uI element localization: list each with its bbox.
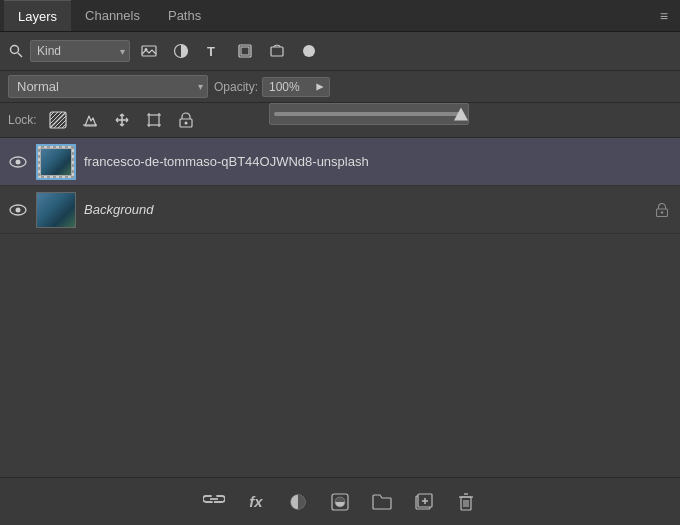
lock-position-btn[interactable] [109,107,135,133]
svg-marker-10 [316,83,323,90]
svg-point-0 [11,46,19,54]
tab-paths[interactable]: Paths [154,0,215,31]
empty-layers-area [0,234,680,334]
layer-thumb-0 [36,144,76,180]
layer-name-0: francesco-de-tommaso-qBT44OJWNd8-unsplas… [84,154,672,169]
text-filter-icon[interactable]: T [200,38,226,64]
svg-rect-2 [142,46,156,56]
lock-artboard-btn[interactable] [141,107,167,133]
lock-image-btn[interactable] [77,107,103,133]
lock-transparent-btn[interactable] [45,107,71,133]
search-icon [8,43,24,59]
layer-visibility-0[interactable] [8,155,28,169]
layers-list: francesco-de-tommaso-qBT44OJWNd8-unsplas… [0,138,680,477]
layer-visibility-1[interactable] [8,203,28,217]
svg-rect-30 [149,115,159,125]
layer-mask-btn[interactable] [324,486,356,518]
fx-btn[interactable]: fx [240,486,272,518]
kind-select-wrapper[interactable]: Kind Name Effect Mode Attribute Color [30,40,130,62]
svg-rect-7 [241,47,249,55]
opacity-group: Opacity: [214,77,330,97]
image-filter-icon[interactable] [136,38,162,64]
opacity-value-wrapper [262,77,330,97]
svg-point-40 [184,122,187,125]
svg-line-17 [58,120,66,128]
smartobject-filter-icon[interactable] [264,38,290,64]
lock-label: Lock: [8,113,37,127]
adjustment-filter-icon[interactable] [168,38,194,64]
svg-point-9 [303,45,315,57]
svg-text:T: T [207,44,215,59]
layers-panel: Layers Channels Paths ≡ Kind Name Effect… [0,0,680,525]
layer-lock-icon-1 [652,203,672,217]
opacity-slider-popup [269,103,469,125]
link-layers-btn[interactable] [198,486,230,518]
layer-thumb-1 [36,192,76,228]
svg-line-12 [50,112,66,128]
tab-bar: Layers Channels Paths ≡ [0,0,680,32]
shape-filter-icon[interactable] [232,38,258,64]
new-layer-btn[interactable] [408,486,440,518]
svg-line-1 [18,53,22,57]
circle-filter-icon[interactable] [296,38,322,64]
svg-rect-8 [271,47,283,56]
bottom-toolbar: fx [0,477,680,525]
opacity-label: Opacity: [214,80,258,94]
svg-point-46 [661,211,664,214]
opacity-dropdown-arrow[interactable] [310,77,330,97]
new-adjustment-layer-btn[interactable] [282,486,314,518]
layer-item-0[interactable]: francesco-de-tommaso-qBT44OJWNd8-unsplas… [0,138,680,186]
opacity-slider-track[interactable] [274,112,464,116]
tab-channels[interactable]: Channels [71,0,154,31]
kind-select[interactable]: Kind Name Effect Mode Attribute Color [30,40,130,62]
lock-all-btn[interactable] [173,107,199,133]
tab-layers[interactable]: Layers [4,0,71,31]
layer-name-1: Background [84,202,644,217]
panel-menu-icon[interactable]: ≡ [652,8,676,24]
blend-mode-wrapper[interactable]: Normal Dissolve Darken Multiply Color Bu… [8,75,208,98]
filter-row: Kind Name Effect Mode Attribute Color [0,32,680,71]
opacity-slider-thumb[interactable] [454,107,468,120]
svg-point-44 [16,207,21,212]
blend-mode-select[interactable]: Normal Dissolve Darken Multiply Color Bu… [8,75,208,98]
new-group-btn[interactable] [366,486,398,518]
fx-label: fx [249,493,262,510]
layer-item-1[interactable]: Background [0,186,680,234]
svg-point-42 [16,159,21,164]
blend-opacity-row: Normal Dissolve Darken Multiply Color Bu… [0,71,680,103]
svg-line-14 [50,112,58,120]
delete-layer-btn[interactable] [450,486,482,518]
